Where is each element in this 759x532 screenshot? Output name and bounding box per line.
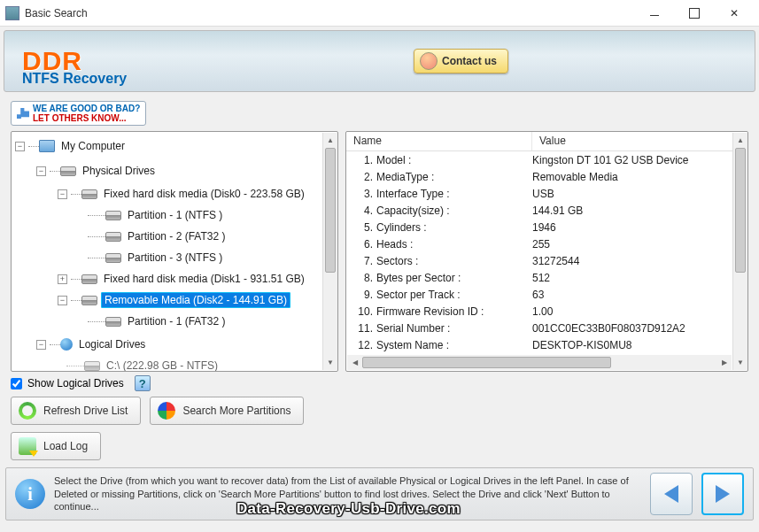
minimize-button[interactable] (634, 1, 674, 26)
details-body: 1.Model :Kingston DT 101 G2 USB Device2.… (346, 151, 747, 371)
expander-icon[interactable]: − (58, 189, 67, 199)
tree-physical-drives[interactable]: − Physical Drives (15, 162, 334, 180)
subtitle: NTFS Recovery (22, 71, 127, 87)
close-button[interactable] (714, 1, 754, 26)
details-row[interactable]: 12.System Name :DESKTOP-KIS0MU8 (353, 336, 747, 353)
details-hscroll[interactable]: ◀▶ (347, 355, 732, 370)
search-more-label: Search More Partitions (182, 405, 290, 417)
partition-icon (105, 253, 121, 263)
tree-scrollbar[interactable]: ▲▼ (322, 133, 337, 370)
feedback-bar[interactable]: WE ARE GOOD OR BAD? LET OTHERS KNOW... (11, 101, 146, 126)
disk-icon (81, 189, 97, 199)
partition-icon (105, 232, 121, 242)
refresh-label: Refresh Drive List (43, 405, 128, 417)
tree-label: Partition - 3 (NTFS ) (125, 251, 225, 265)
tree-label: Partition - 2 (FAT32 ) (125, 229, 228, 243)
drive-tree-panel: − My Computer − Physical Drives − Fixed … (11, 131, 338, 372)
details-row[interactable]: 5.Cylinders :1946 (353, 219, 747, 235)
details-row[interactable]: 9.Sector per Track :63 (353, 286, 747, 303)
refresh-icon (19, 402, 36, 420)
app-icon (5, 6, 19, 20)
partition-icon (105, 211, 121, 220)
back-button[interactable] (650, 473, 693, 515)
contact-label: Contact us (442, 55, 497, 67)
maximize-button[interactable] (674, 1, 714, 26)
details-row[interactable]: 8.Bytes per Sector :512 (353, 269, 747, 286)
search-more-partitions-button[interactable]: Search More Partitions (150, 397, 304, 425)
tree-label: Logical Drives (76, 337, 148, 351)
tree-disk0[interactable]: − Fixed hard disk media (Disk0 - 223.58 … (15, 185, 334, 203)
tree-logical-drives[interactable]: − Logical Drives (15, 335, 334, 353)
expander-icon[interactable]: + (58, 274, 67, 284)
col-name[interactable]: Name (346, 132, 532, 150)
refresh-drive-list-button[interactable]: Refresh Drive List (11, 397, 141, 425)
tree-partition[interactable]: Partition - 1 (FAT32 ) (15, 312, 334, 330)
details-row[interactable]: 2.MediaType :Removable Media (353, 168, 747, 185)
load-log-button[interactable]: Load Log (11, 432, 101, 460)
user-icon (420, 52, 438, 70)
partition-icon (105, 317, 121, 327)
computer-icon (39, 140, 55, 152)
details-row[interactable]: 3.Interface Type :USB (353, 185, 747, 202)
details-header: Name Value (346, 132, 747, 151)
tree-disk2-selected[interactable]: − Removable Media (Disk2 - 144.91 GB) (15, 291, 334, 309)
tree-drive-c[interactable]: C:\ (222.98 GB - NTFS) (15, 357, 334, 371)
tree-label: Physical Drives (80, 164, 158, 178)
feedback-line2: LET OTHERS KNOW... (33, 113, 127, 123)
details-row[interactable]: 6.Heads :255 (353, 235, 747, 252)
details-row[interactable]: 1.Model :Kingston DT 101 G2 USB Device (353, 151, 747, 168)
show-logical-checkbox[interactable] (11, 378, 22, 389)
expander-icon[interactable]: − (58, 296, 67, 305)
main-area: − My Computer − Physical Drives − Fixed … (11, 131, 748, 372)
load-icon (19, 437, 36, 455)
watermark-text: Data-Recovery-Usb-Drive.com (236, 500, 461, 518)
details-row[interactable]: 4.Capacity(size) :144.91 GB (353, 202, 747, 219)
search-icon (158, 402, 175, 420)
tree-label: Partition - 1 (FAT32 ) (125, 314, 228, 328)
thumbs-up-icon (17, 108, 29, 119)
header-banner: DDR NTFS Recovery Contact us (4, 30, 755, 92)
globe-icon (60, 338, 73, 351)
show-logical-label: Show Logical Drives (27, 377, 124, 389)
drive-icon (84, 361, 100, 371)
tree-label: C:\ (222.98 GB - NTFS) (104, 359, 221, 371)
footer-bar: i Select the Drive (from which you want … (5, 467, 754, 520)
tree-label: My Computer (58, 139, 128, 153)
col-value[interactable]: Value (532, 132, 747, 150)
expander-icon[interactable]: − (15, 142, 25, 151)
load-log-label: Load Log (43, 440, 88, 452)
tree-disk1[interactable]: + Fixed hard disk media (Disk1 - 931.51 … (15, 270, 334, 288)
tree-label: Fixed hard disk media (Disk0 - 223.58 GB… (101, 187, 307, 201)
details-row[interactable]: 10.Firmware Revision ID :1.00 (353, 303, 747, 320)
help-icon[interactable]: ? (135, 375, 151, 391)
expander-icon[interactable]: − (36, 340, 46, 350)
window-title: Basic Search (25, 7, 634, 19)
tree-root[interactable]: − My Computer (15, 137, 334, 155)
tree-label: Fixed hard disk media (Disk1 - 931.51 GB… (101, 272, 307, 286)
expander-icon[interactable]: − (36, 166, 46, 176)
controls-area: Show Logical Drives ? Refresh Drive List… (11, 375, 748, 460)
details-row[interactable]: 11.Serial Number :001CC0EC33B0F08037D912… (353, 320, 747, 336)
contact-us-button[interactable]: Contact us (414, 49, 508, 73)
details-panel: Name Value 1.Model :Kingston DT 101 G2 U… (345, 131, 748, 372)
disk-icon (81, 296, 97, 305)
tree-partition[interactable]: Partition - 1 (NTFS ) (15, 206, 334, 224)
drive-icon (60, 166, 76, 176)
tree-partition[interactable]: Partition - 3 (NTFS ) (15, 249, 334, 266)
next-button[interactable] (701, 473, 744, 515)
feedback-line1: WE ARE GOOD OR BAD? (33, 104, 140, 113)
disk-icon (81, 274, 97, 284)
tree-label: Partition - 1 (NTFS ) (125, 208, 225, 222)
tree-label: Removable Media (Disk2 - 144.91 GB) (101, 292, 290, 308)
details-vscroll[interactable]: ▲▼ (732, 133, 747, 370)
details-row[interactable]: 7.Sectors :31272544 (353, 252, 747, 269)
info-icon: i (15, 479, 45, 509)
titlebar: Basic Search (0, 0, 759, 27)
tree-partition[interactable]: Partition - 2 (FAT32 ) (15, 227, 334, 245)
